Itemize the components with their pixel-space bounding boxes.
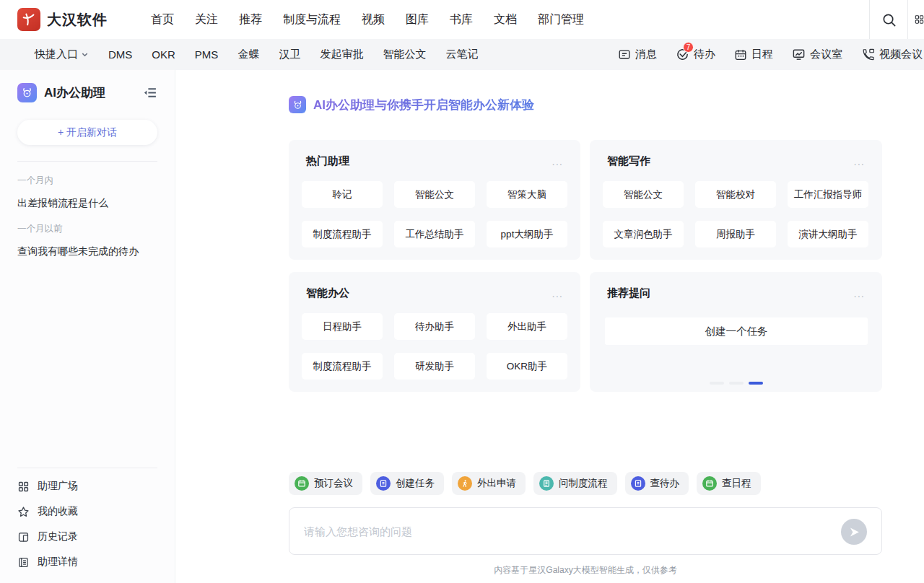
quick-link-okr[interactable]: OKR xyxy=(152,48,175,61)
sidebar-item-assistant-details[interactable]: 助理详情 xyxy=(17,556,157,569)
more-icon[interactable]: ... xyxy=(552,159,563,165)
schedule-button[interactable]: 日程 xyxy=(734,48,773,61)
calendar-icon xyxy=(295,476,309,491)
agent-button[interactable]: 日程助手 xyxy=(302,313,383,340)
nav-item-dept-mgmt[interactable]: 部门管理 xyxy=(538,12,584,27)
carousel-dot-active[interactable] xyxy=(749,382,763,385)
calendar-icon xyxy=(734,48,747,61)
todo-button[interactable]: 7 待办 xyxy=(676,48,715,61)
chip-check-schedule[interactable]: 查日程 xyxy=(697,472,761,495)
agent-button[interactable]: 周报助手 xyxy=(695,221,776,247)
chat-input[interactable] xyxy=(289,508,881,554)
carousel-dot[interactable] xyxy=(729,382,744,385)
agent-button[interactable]: 文章润色助手 xyxy=(603,221,684,247)
sidebar-item-favorites[interactable]: 我的收藏 xyxy=(17,505,157,518)
quickbar-tools: 消息 7 待办 日程 会议室 视频会议 xyxy=(618,48,924,61)
top-navigation-bar: 大汉软件 首页 关注 推荐 制度与流程 视频 图库 书库 文档 部门管理 xyxy=(0,0,924,39)
history-item[interactable]: 查询我有哪些未完成的待办 xyxy=(17,245,157,258)
nav-item-docs[interactable]: 文档 xyxy=(494,12,517,27)
quick-link-kingdee[interactable]: 金蝶 xyxy=(237,48,259,61)
chip-out-request[interactable]: 外出申请 xyxy=(452,472,526,495)
task-list-icon xyxy=(376,476,391,491)
nav-item-home[interactable]: 首页 xyxy=(151,12,174,27)
search-icon[interactable] xyxy=(869,0,908,39)
message-icon xyxy=(618,48,631,61)
send-button[interactable] xyxy=(841,519,867,545)
more-icon[interactable]: ... xyxy=(853,159,865,165)
history-group-label: 一个月以前 xyxy=(17,223,157,235)
assistant-cards: 热门助理 ... 聆记 智能公文 智策大脑 制度流程助手 工作总结助手 ppt大… xyxy=(289,140,882,392)
history-item[interactable]: 出差报销流程是什么 xyxy=(17,197,157,210)
nav-item-policies[interactable]: 制度与流程 xyxy=(283,12,341,27)
ai-assistant-sidebar: AI办公助理 + 开启新对话 一个月内 出差报销流程是什么 一个月以前 查询我有… xyxy=(0,70,175,583)
quick-link-dms[interactable]: DMS xyxy=(108,48,132,61)
agent-button[interactable]: 智能校对 xyxy=(695,181,776,208)
card-title: 推荐提问 xyxy=(607,286,853,300)
nav-item-recommend[interactable]: 推荐 xyxy=(239,12,262,27)
quick-link-pms[interactable]: PMS xyxy=(195,48,219,61)
collapse-sidebar-icon[interactable] xyxy=(142,85,157,100)
agent-button[interactable]: 制度流程助手 xyxy=(302,221,383,247)
agent-button[interactable]: 工作总结助手 xyxy=(394,221,475,247)
sidebar-divider xyxy=(17,161,157,162)
quick-link-smart-doc[interactable]: 智能公文 xyxy=(383,48,426,61)
document-icon xyxy=(539,476,554,491)
agent-button[interactable]: 外出助手 xyxy=(487,313,567,340)
apps-grid-icon[interactable] xyxy=(908,0,924,39)
sidebar-item-history[interactable]: 历史记录 xyxy=(17,530,157,543)
ai-robot-icon xyxy=(289,96,306,113)
chip-check-todo[interactable]: 查待办 xyxy=(625,472,689,495)
quick-entry-dropdown[interactable]: 快捷入口 xyxy=(35,48,89,61)
sidebar-footer: 助理广场 我的收藏 历史记录 助理详情 xyxy=(17,468,157,569)
carousel-dot[interactable] xyxy=(710,382,724,385)
new-conversation-button[interactable]: + 开启新对话 xyxy=(17,120,157,145)
agent-button[interactable]: 聆记 xyxy=(302,181,383,208)
todo-badge: 7 xyxy=(683,42,694,53)
agent-button[interactable]: 研发助手 xyxy=(394,353,475,380)
history-icon xyxy=(17,531,30,543)
nav-item-library[interactable]: 书库 xyxy=(450,12,473,27)
card-smart-office: 智能办公 ... 日程助手 待办助手 外出助手 制度流程助手 研发助手 OKR助… xyxy=(289,272,580,392)
suggested-question[interactable]: 创建一个任务 xyxy=(605,317,868,345)
main-content: AI办公助理与你携手开启智能办公新体验 热门助理 ... 聆记 智能公文 智策大… xyxy=(175,70,924,583)
chip-ask-policy[interactable]: 问制度流程 xyxy=(533,472,617,495)
nav-item-follow[interactable]: 关注 xyxy=(195,12,218,27)
welcome-header: AI办公助理与你携手开启智能办公新体验 xyxy=(289,96,882,113)
agent-button[interactable]: 智能公文 xyxy=(394,181,475,208)
card-title: 智能写作 xyxy=(607,154,853,168)
quick-action-chips: 预订会议 创建任务 外出申请 xyxy=(289,472,882,495)
agent-button[interactable]: 演讲大纲助手 xyxy=(788,221,868,247)
agent-button[interactable]: 制度流程助手 xyxy=(302,353,383,380)
sidebar-item-assistant-plaza[interactable]: 助理广场 xyxy=(17,480,157,493)
walking-person-icon xyxy=(458,476,472,491)
nav-item-video[interactable]: 视频 xyxy=(362,12,385,27)
sidebar-title: AI办公助理 xyxy=(44,84,142,101)
quick-link-approval[interactable]: 发起审批 xyxy=(320,48,363,61)
meeting-room-button[interactable]: 会议室 xyxy=(792,48,842,61)
agent-button[interactable]: 工作汇报指导师 xyxy=(788,181,868,208)
star-icon xyxy=(17,506,30,518)
history-group-label: 一个月内 xyxy=(17,175,157,187)
chip-create-task[interactable]: 创建任务 xyxy=(370,472,444,495)
agent-button[interactable]: OKR助手 xyxy=(487,353,567,380)
welcome-title: AI办公助理与你携手开启智能办公新体验 xyxy=(313,97,534,113)
video-conference-button[interactable]: 视频会议 xyxy=(861,48,923,61)
agent-button[interactable]: ppt大纲助手 xyxy=(487,221,567,247)
more-icon[interactable]: ... xyxy=(853,291,865,297)
chip-book-meeting[interactable]: 预订会议 xyxy=(289,472,362,495)
card-title: 热门助理 xyxy=(306,154,552,168)
quick-entry-label: 快捷入口 xyxy=(35,48,78,61)
calendar-icon xyxy=(702,476,717,491)
meeting-room-icon xyxy=(792,48,806,61)
agent-button[interactable]: 智能公文 xyxy=(603,181,684,208)
quick-link-cloud-notes[interactable]: 云笔记 xyxy=(445,48,478,61)
agent-button[interactable]: 智策大脑 xyxy=(487,181,567,208)
more-icon[interactable]: ... xyxy=(552,291,563,297)
nav-item-gallery[interactable]: 图库 xyxy=(406,12,429,27)
video-call-icon xyxy=(861,48,875,61)
quick-link-hanwei[interactable]: 汉卫 xyxy=(279,48,300,61)
app-logo[interactable]: 大汉软件 xyxy=(17,8,108,31)
agent-button[interactable]: 待办助手 xyxy=(394,313,475,340)
messages-button[interactable]: 消息 xyxy=(618,48,657,61)
quick-access-bar: 快捷入口 DMS OKR PMS 金蝶 汉卫 发起审批 智能公文 云笔记 消息 … xyxy=(0,39,924,70)
